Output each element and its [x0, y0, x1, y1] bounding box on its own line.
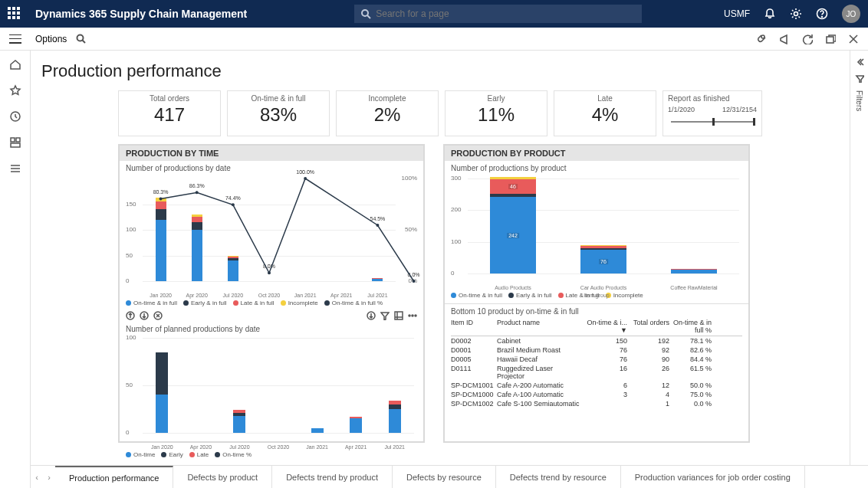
filter-icon[interactable] — [380, 311, 390, 320]
legend-item[interactable]: On-time & in full % — [324, 300, 383, 306]
more-icon[interactable] — [408, 311, 417, 320]
legend-item[interactable]: Incomplete — [606, 292, 643, 299]
bar-segment[interactable] — [671, 269, 717, 270]
bar-segment[interactable] — [156, 352, 168, 395]
svg-point-0 — [362, 10, 368, 16]
chart-productions-by-product[interactable]: 010020030024246Audio Products76Car Audio… — [451, 175, 742, 283]
announce-icon[interactable] — [779, 34, 790, 44]
table-row[interactable]: D0111Ruggedized Laser Projector162661.5 … — [451, 364, 742, 381]
tab-defects-trend-by-resource[interactable]: Defects trend by resource — [496, 466, 621, 488]
legend-item[interactable]: Early — [161, 451, 182, 458]
panel-title: PRODUCTION BY TIME — [120, 146, 423, 161]
table-row[interactable]: SP-DCM1001Cafe A-200 Automatic61250.0 % — [451, 381, 742, 390]
search-input[interactable] — [376, 8, 636, 19]
legend-item[interactable]: On-time % — [215, 451, 252, 458]
popout-icon[interactable] — [825, 34, 836, 44]
bar-segment[interactable] — [350, 418, 362, 433]
table-row[interactable]: SP-DCM1000Cafe A-100 Automatic3475.0 % — [451, 390, 742, 399]
table-row[interactable]: D0002Cabinet15019278.1 % — [451, 336, 742, 346]
favorites-icon[interactable] — [9, 84, 21, 97]
page-title: Production performance — [41, 61, 842, 81]
nav-toggle-icon[interactable] — [9, 34, 21, 44]
legend-item[interactable]: Early & in full — [508, 292, 552, 299]
tab-defects-trend-by-product[interactable]: Defects trend by product — [272, 466, 393, 488]
kpi-value: 11% — [446, 104, 547, 126]
drill-down-icon[interactable] — [140, 311, 149, 320]
table-row[interactable]: D0001Brazil Medium Roast769282.6 % — [451, 346, 742, 355]
home-icon[interactable] — [9, 58, 21, 70]
bar-segment[interactable] — [580, 248, 626, 250]
bar-segment[interactable] — [350, 417, 362, 418]
legend-item[interactable]: Incomplete — [281, 300, 318, 306]
tab-defects-by-product[interactable]: Defects by product — [173, 466, 272, 488]
options-menu[interactable]: Options — [35, 34, 67, 44]
kpi-report-finished[interactable]: Report as finished 1/1/202012/31/2154 — [663, 90, 762, 136]
main-content: Production performance Total orders417 O… — [31, 51, 850, 465]
date-slider[interactable] — [668, 116, 757, 127]
chart-subtitle: Number of productions by product — [445, 161, 748, 172]
bar-segment[interactable] — [389, 401, 401, 404]
bar-segment[interactable] — [671, 270, 717, 273]
recent-icon[interactable] — [9, 110, 21, 123]
table-row[interactable]: D0005Hawaii Decaf769084.4 % — [451, 355, 742, 364]
bar-segment[interactable] — [580, 245, 626, 246]
legend-item[interactable]: Late & in full — [233, 300, 275, 306]
kpi-on-time[interactable]: On-time & in full83% — [227, 90, 330, 136]
svg-point-5 — [77, 35, 84, 41]
drill-mode-icon[interactable] — [367, 311, 376, 320]
tab-scroll-left[interactable]: ‹ — [31, 466, 43, 488]
modules-icon[interactable] — [9, 162, 21, 175]
bar-segment[interactable] — [389, 409, 401, 433]
tab-defects-by-resource[interactable]: Defects by resource — [393, 466, 496, 488]
kpi-label: Report as finished — [668, 94, 757, 103]
table-row[interactable]: SP-DCM1002Cafe S-100 Semiautomatic10.0 % — [451, 399, 742, 408]
expand-icon[interactable] — [153, 311, 163, 320]
chart-planned-by-date[interactable]: 050100Jan 2020Apr 2020Jul 2020Oct 2020Ja… — [126, 335, 417, 442]
bar-segment[interactable] — [233, 416, 245, 433]
bottom-products-table[interactable]: Item IDProduct nameOn-time & i... ▼Total… — [445, 316, 748, 411]
kpi-value: 83% — [228, 104, 329, 126]
chart-productions-by-date[interactable]: 0501001500%50%100%Jan 2020Apr 2020Jul 20… — [126, 175, 417, 290]
legend-item[interactable]: Early & in full — [183, 300, 227, 306]
bar-segment[interactable] — [156, 395, 168, 433]
kpi-incomplete[interactable]: Incomplete2% — [336, 90, 439, 136]
tab-production-performance[interactable]: Production performance — [55, 466, 173, 488]
refresh-icon[interactable] — [802, 34, 813, 44]
legend-item[interactable]: Late — [189, 451, 209, 458]
bar-segment[interactable] — [233, 410, 245, 413]
bar-segment[interactable] — [389, 404, 401, 409]
legend-item[interactable]: On-time & in full — [451, 292, 502, 299]
kpi-total-orders[interactable]: Total orders417 — [118, 90, 221, 136]
filters-label[interactable]: Filters — [855, 90, 863, 111]
bar-segment[interactable] — [233, 413, 245, 416]
attachments-icon[interactable] — [756, 34, 767, 44]
page-search-icon[interactable] — [76, 34, 86, 44]
bar-segment[interactable] — [311, 428, 324, 433]
focus-icon[interactable] — [394, 311, 403, 320]
collapse-icon[interactable] — [855, 57, 864, 66]
legend-item[interactable]: On-time & in full — [126, 300, 177, 306]
tab-scroll-right[interactable]: › — [43, 466, 55, 488]
help-icon[interactable] — [816, 8, 828, 20]
gear-icon[interactable] — [790, 8, 802, 20]
bar-segment[interactable] — [580, 246, 626, 247]
close-icon[interactable] — [848, 34, 859, 44]
user-avatar[interactable]: JO — [842, 5, 860, 23]
company-picker[interactable]: USMF — [724, 8, 750, 19]
bell-icon[interactable] — [764, 8, 776, 20]
kpi-early[interactable]: Early11% — [445, 90, 547, 136]
app-header: Dynamics 365 Supply Chain Management USM… — [0, 0, 868, 28]
legend-item[interactable]: On-time — [126, 451, 155, 458]
svg-rect-13 — [16, 138, 20, 142]
filter-icon[interactable] — [855, 74, 864, 83]
bar-segment[interactable] — [490, 177, 536, 179]
nav-rail — [0, 51, 31, 488]
global-search[interactable] — [354, 5, 642, 23]
bar-segment[interactable] — [490, 194, 536, 197]
tab-production-variances-for-job-order-costing[interactable]: Production variances for job order costi… — [621, 466, 805, 488]
app-launcher-icon[interactable] — [8, 7, 21, 21]
kpi-late[interactable]: Late4% — [554, 90, 656, 136]
drill-up-icon[interactable] — [126, 311, 135, 320]
workspaces-icon[interactable] — [9, 136, 21, 149]
kpi-value: 2% — [337, 104, 438, 126]
